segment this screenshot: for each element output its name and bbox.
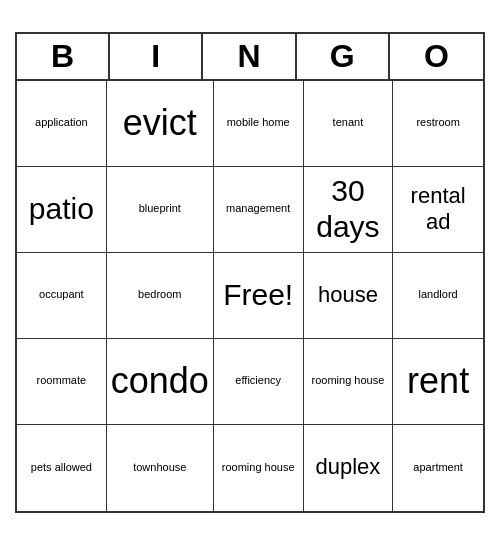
cell-text: restroom bbox=[416, 116, 459, 129]
cell-text: roommate bbox=[37, 374, 87, 387]
cell-text: pets allowed bbox=[31, 461, 92, 474]
cell-text: house bbox=[318, 282, 378, 308]
cell-text: landlord bbox=[419, 288, 458, 301]
bingo-cell[interactable]: rental ad bbox=[393, 167, 483, 253]
bingo-cell[interactable]: tenant bbox=[304, 81, 394, 167]
cell-text: duplex bbox=[315, 454, 380, 480]
bingo-cell[interactable]: landlord bbox=[393, 253, 483, 339]
header-letter: O bbox=[390, 34, 483, 79]
bingo-cell[interactable]: condo bbox=[107, 339, 214, 425]
bingo-cell[interactable]: pets allowed bbox=[17, 425, 107, 511]
bingo-cell[interactable]: restroom bbox=[393, 81, 483, 167]
bingo-card: BINGO applicationevictmobile hometenantr… bbox=[15, 32, 485, 513]
bingo-cell[interactable]: duplex bbox=[304, 425, 394, 511]
bingo-cell[interactable]: rooming house bbox=[304, 339, 394, 425]
cell-text: rent bbox=[407, 359, 469, 402]
cell-text: apartment bbox=[413, 461, 463, 474]
header-letter: I bbox=[110, 34, 203, 79]
bingo-cell[interactable]: bedroom bbox=[107, 253, 214, 339]
bingo-cell[interactable]: Free! bbox=[214, 253, 304, 339]
bingo-cell[interactable]: 30 days bbox=[304, 167, 394, 253]
bingo-cell[interactable]: apartment bbox=[393, 425, 483, 511]
bingo-cell[interactable]: management bbox=[214, 167, 304, 253]
header-letter: G bbox=[297, 34, 390, 79]
bingo-header: BINGO bbox=[17, 34, 483, 81]
cell-text: evict bbox=[123, 101, 197, 144]
bingo-cell[interactable]: occupant bbox=[17, 253, 107, 339]
bingo-grid: applicationevictmobile hometenantrestroo… bbox=[17, 81, 483, 511]
bingo-cell[interactable]: efficiency bbox=[214, 339, 304, 425]
bingo-cell[interactable]: house bbox=[304, 253, 394, 339]
bingo-cell[interactable]: rooming house bbox=[214, 425, 304, 511]
cell-text: 30 days bbox=[308, 173, 389, 245]
cell-text: patio bbox=[29, 191, 94, 227]
cell-text: townhouse bbox=[133, 461, 186, 474]
bingo-cell[interactable]: rent bbox=[393, 339, 483, 425]
bingo-cell[interactable]: townhouse bbox=[107, 425, 214, 511]
cell-text: blueprint bbox=[139, 202, 181, 215]
cell-text: application bbox=[35, 116, 88, 129]
bingo-cell[interactable]: mobile home bbox=[214, 81, 304, 167]
header-letter: B bbox=[17, 34, 110, 79]
cell-text: bedroom bbox=[138, 288, 181, 301]
cell-text: tenant bbox=[333, 116, 364, 129]
cell-text: management bbox=[226, 202, 290, 215]
cell-text: rooming house bbox=[312, 374, 385, 387]
bingo-cell[interactable]: evict bbox=[107, 81, 214, 167]
cell-text: efficiency bbox=[235, 374, 281, 387]
cell-text: rental ad bbox=[397, 183, 479, 236]
bingo-cell[interactable]: patio bbox=[17, 167, 107, 253]
header-letter: N bbox=[203, 34, 296, 79]
bingo-cell[interactable]: application bbox=[17, 81, 107, 167]
cell-text: rooming house bbox=[222, 461, 295, 474]
cell-text: condo bbox=[111, 359, 209, 402]
bingo-cell[interactable]: roommate bbox=[17, 339, 107, 425]
cell-text: mobile home bbox=[227, 116, 290, 129]
bingo-cell[interactable]: blueprint bbox=[107, 167, 214, 253]
cell-text: Free! bbox=[223, 277, 293, 313]
cell-text: occupant bbox=[39, 288, 84, 301]
